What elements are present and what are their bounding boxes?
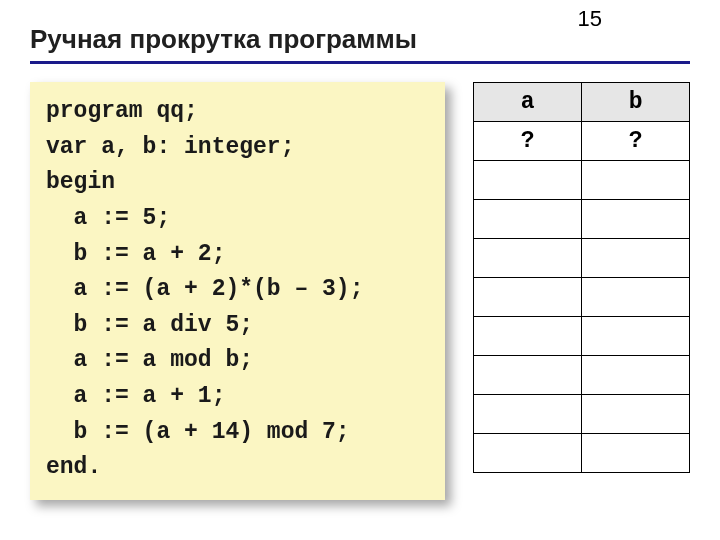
col-header-a: a <box>474 83 582 122</box>
table-row <box>474 200 690 239</box>
code-line: b := a div 5; <box>46 312 253 338</box>
code-line: a := (a + 2)*(b – 3); <box>46 276 363 302</box>
table-row <box>474 434 690 473</box>
code-line: begin <box>46 169 115 195</box>
slide: 15 Ручная прокрутка программы program qq… <box>0 0 720 540</box>
cell-b <box>582 395 690 434</box>
cell-b <box>582 200 690 239</box>
cell-a <box>474 200 582 239</box>
code-line: a := 5; <box>46 205 170 231</box>
content-area: program qq; var a, b: integer; begin a :… <box>30 82 690 500</box>
cell-a <box>474 356 582 395</box>
table-row <box>474 356 690 395</box>
col-header-b: b <box>582 83 690 122</box>
cell-b <box>582 356 690 395</box>
table-row <box>474 395 690 434</box>
cell-a: ? <box>474 122 582 161</box>
title-divider <box>30 61 690 64</box>
cell-b <box>582 434 690 473</box>
cell-b <box>582 317 690 356</box>
trace-table: a b ? ? <box>473 82 690 473</box>
code-line: end. <box>46 454 101 480</box>
table-row <box>474 239 690 278</box>
code-line: program qq; <box>46 98 198 124</box>
cell-a <box>474 317 582 356</box>
code-line: var a, b: integer; <box>46 134 294 160</box>
table-row: ? ? <box>474 122 690 161</box>
cell-b <box>582 278 690 317</box>
cell-b <box>582 161 690 200</box>
cell-a <box>474 278 582 317</box>
code-line: a := a mod b; <box>46 347 253 373</box>
cell-a <box>474 434 582 473</box>
code-line: a := a + 1; <box>46 383 225 409</box>
cell-a <box>474 161 582 200</box>
cell-b: ? <box>582 122 690 161</box>
cell-a <box>474 239 582 278</box>
cell-a <box>474 395 582 434</box>
cell-b <box>582 239 690 278</box>
table-row <box>474 278 690 317</box>
table-row <box>474 317 690 356</box>
code-line: b := a + 2; <box>46 241 225 267</box>
code-line: b := (a + 14) mod 7; <box>46 419 350 445</box>
page-number: 15 <box>578 6 602 32</box>
table-row <box>474 161 690 200</box>
code-block: program qq; var a, b: integer; begin a :… <box>30 82 445 500</box>
table-header-row: a b <box>474 83 690 122</box>
